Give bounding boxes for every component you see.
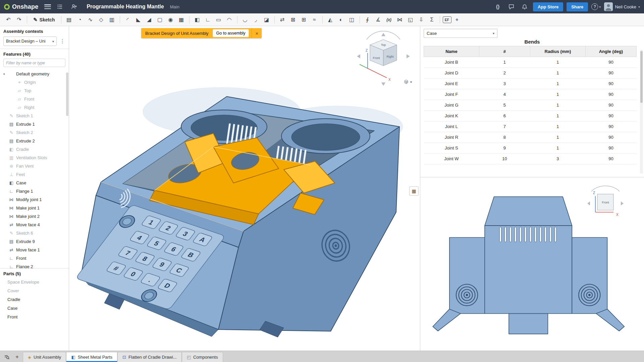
tab-icon[interactable]: ▭ bbox=[214, 15, 224, 24]
share-button[interactable]: Share bbox=[567, 2, 588, 11]
mirror-icon[interactable]: ◫ bbox=[347, 15, 357, 24]
go-to-assembly-button[interactable]: Go to assembly bbox=[213, 29, 249, 37]
feature-item[interactable]: ▾ Top bbox=[0, 86, 69, 95]
sweep-icon[interactable]: ∿ bbox=[86, 15, 96, 24]
part-item[interactable]: Case bbox=[0, 304, 69, 312]
flange-icon[interactable]: ∟ bbox=[203, 15, 213, 24]
extrude-icon[interactable]: ▤ bbox=[64, 15, 74, 24]
configurations-icon[interactable]: ⋈ bbox=[395, 15, 405, 24]
main-menu-icon[interactable] bbox=[44, 4, 51, 9]
sketch-button[interactable]: ✎ Sketch bbox=[30, 15, 58, 24]
tab-flatten-of-cradle-drawing[interactable]: Flatten of Cradle Drawi... bbox=[117, 352, 182, 362]
feature-item[interactable]: ▾ Sketch 6 bbox=[0, 229, 69, 237]
feature-item[interactable]: ▾ Right bbox=[0, 103, 69, 112]
feature-item[interactable]: ▾ Sketch 1 bbox=[0, 112, 69, 120]
feature-item[interactable]: ▾ Feet bbox=[0, 170, 69, 179]
rotate-down-icon[interactable] bbox=[381, 82, 385, 86]
rotate-left-icon[interactable] bbox=[587, 201, 590, 205]
helix-icon[interactable]: ∮ bbox=[363, 15, 373, 24]
col-header-name[interactable]: Name bbox=[424, 46, 479, 57]
part-item[interactable]: Cradle bbox=[0, 295, 69, 304]
part-item[interactable]: Cover bbox=[0, 286, 69, 295]
variable-icon[interactable]: (x) bbox=[384, 15, 394, 24]
user-menu[interactable]: Neil Cooke ▾ bbox=[604, 2, 640, 11]
context-options-icon[interactable]: ⋮ bbox=[59, 37, 66, 46]
mass-properties-icon[interactable]: Σ bbox=[427, 15, 437, 24]
tab-components[interactable]: Components bbox=[182, 352, 223, 362]
undo-icon[interactable]: ↶ bbox=[3, 15, 13, 24]
rotate-arc[interactable] bbox=[591, 186, 620, 191]
manage-tabs-button[interactable] bbox=[2, 352, 11, 362]
add-tab-button[interactable]: + bbox=[12, 352, 22, 362]
feature-item[interactable]: ▾ Move face 4 bbox=[0, 221, 69, 229]
workspace-name[interactable]: Main bbox=[170, 4, 179, 9]
ef-custom-feature-icon[interactable]: EF bbox=[443, 16, 451, 23]
add-custom-feature-icon[interactable]: ⌖ bbox=[452, 15, 462, 24]
thicken-icon[interactable]: ▥ bbox=[107, 15, 117, 24]
part-item[interactable]: Front bbox=[0, 312, 69, 321]
feature-item[interactable]: ▾ Origin bbox=[0, 78, 69, 86]
part-selector[interactable]: Case ▾ bbox=[424, 29, 497, 38]
graphics-area[interactable]: 123A456B789C#0.D Bracket Design of Unit … bbox=[69, 26, 420, 351]
onshape-logo[interactable]: Onshape bbox=[4, 3, 38, 10]
notifications-bell-icon[interactable] bbox=[520, 2, 530, 11]
app-store-button[interactable]: App Store bbox=[533, 2, 563, 11]
featurescript-notices-icon[interactable]: {} bbox=[493, 2, 503, 11]
redo-icon[interactable]: ↷ bbox=[14, 15, 24, 24]
bend-row[interactable]: Joint R 8 1 90 bbox=[424, 132, 637, 143]
replace-face-icon[interactable]: ⊞ bbox=[299, 15, 309, 24]
feature-tree-scrollbar[interactable] bbox=[66, 72, 68, 116]
flat-view-cube[interactable]: Front Z X bbox=[585, 184, 626, 221]
feature-item[interactable]: ▾ Case bbox=[0, 179, 69, 187]
view-options-menu[interactable]: ▾ bbox=[403, 79, 412, 84]
bend-table-toggle-button[interactable]: ▦ bbox=[409, 186, 419, 196]
rotate-left-icon[interactable] bbox=[357, 54, 360, 58]
bend-row[interactable]: Joint F 4 1 90 bbox=[424, 89, 637, 100]
feature-item[interactable]: ▾ Fan Vent bbox=[0, 162, 69, 170]
col-header-angle[interactable]: Angle (deg) bbox=[585, 46, 636, 57]
feature-item[interactable]: ▾ Flange 1 bbox=[0, 187, 69, 195]
chamfer-icon[interactable]: ◣ bbox=[133, 15, 144, 24]
bends-scrollbar[interactable] bbox=[640, 50, 643, 174]
invite-collaborators-icon[interactable] bbox=[69, 2, 79, 11]
feature-item[interactable]: ▾ Flange 2 bbox=[0, 262, 69, 268]
feature-item[interactable]: ▾ Cradle bbox=[0, 145, 69, 154]
bend-icon[interactable]: ◠ bbox=[224, 15, 234, 24]
feature-item[interactable]: ▾ Sketch 2 bbox=[0, 128, 69, 137]
finish-sheet-metal-icon[interactable]: ◪ bbox=[262, 15, 272, 24]
import-icon[interactable]: ⇩ bbox=[416, 15, 426, 24]
measure-icon[interactable]: ∡ bbox=[373, 15, 383, 24]
delete-face-icon[interactable]: ⊠ bbox=[288, 15, 298, 24]
draft-icon[interactable]: ◢ bbox=[144, 15, 154, 24]
rotate-right-icon[interactable] bbox=[621, 201, 624, 205]
hole-icon[interactable]: ◉ bbox=[166, 15, 176, 24]
rotate-up-icon[interactable] bbox=[381, 33, 385, 36]
feature-filter-input[interactable] bbox=[3, 59, 65, 67]
document-title[interactable]: Programmable Heating Mantle bbox=[87, 4, 164, 10]
bend-row[interactable]: Joint B 1 1 90 bbox=[424, 57, 637, 68]
flat-pattern-section[interactable]: Front Z X bbox=[420, 177, 644, 351]
close-icon[interactable]: × bbox=[252, 28, 262, 38]
feature-item[interactable]: ▾ Make joint 2 bbox=[0, 212, 69, 221]
feature-item[interactable]: ▾ Extrude 9 bbox=[0, 237, 69, 246]
move-face-icon[interactable]: ⇄ bbox=[277, 15, 287, 24]
bend-row[interactable]: Joint E 3 1 90 bbox=[424, 78, 637, 89]
shell-icon[interactable]: ▢ bbox=[155, 15, 165, 24]
bend-row[interactable]: Joint L 7 1 90 bbox=[424, 121, 637, 132]
feature-item[interactable]: ▾ Modify joint 1 bbox=[0, 195, 69, 204]
split-icon[interactable]: ◭ bbox=[325, 15, 335, 24]
feature-item[interactable]: ▾ Move face 1 bbox=[0, 246, 69, 254]
bend-row[interactable]: Joint G 5 1 90 bbox=[424, 100, 637, 111]
feature-item[interactable]: ▾ Default geometry bbox=[0, 70, 69, 78]
col-header-number[interactable]: # bbox=[479, 46, 530, 57]
versions-icon[interactable] bbox=[55, 2, 65, 11]
help-menu[interactable]: ? ▾ bbox=[591, 3, 601, 10]
derived-icon[interactable]: ◱ bbox=[406, 15, 416, 24]
tab-unit-assembly[interactable]: Unit Assembly bbox=[23, 352, 66, 362]
sheet-metal-model-icon[interactable]: ◧ bbox=[192, 15, 202, 24]
feature-item[interactable]: ▾ Front bbox=[0, 95, 69, 103]
revolve-icon[interactable]: ◔ bbox=[75, 15, 85, 24]
col-header-radius[interactable]: Radius (mm) bbox=[530, 46, 585, 57]
rotate-right-icon[interactable] bbox=[407, 54, 410, 58]
linear-pattern-icon[interactable]: ▦ bbox=[176, 15, 186, 24]
